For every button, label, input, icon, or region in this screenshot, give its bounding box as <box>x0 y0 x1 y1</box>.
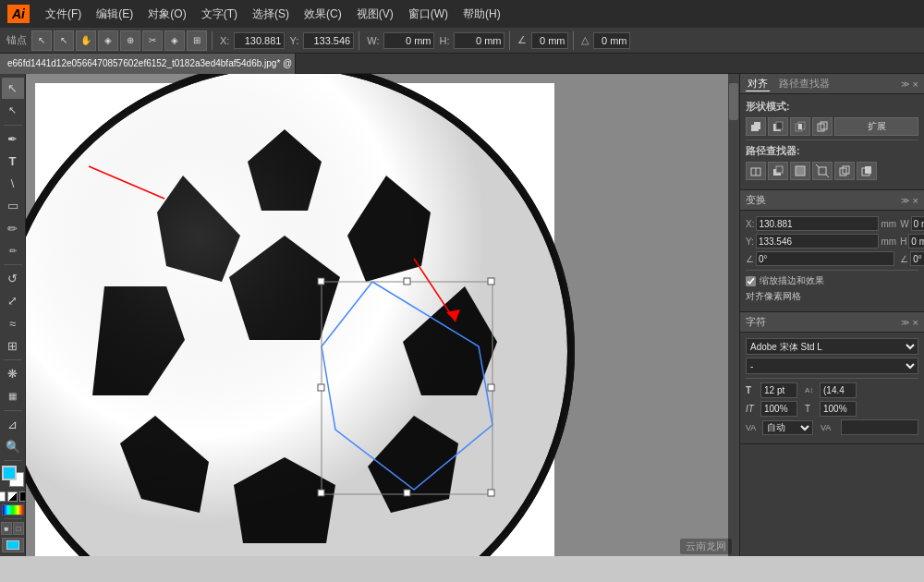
minus-back-btn[interactable] <box>857 162 877 180</box>
vscale-input[interactable] <box>820 401 857 417</box>
tf-angle1-input[interactable] <box>756 251 894 266</box>
char-menu-icon[interactable]: ≫ <box>901 318 909 327</box>
angle-input[interactable] <box>531 32 568 49</box>
transform-close-icon[interactable]: × <box>913 195 918 206</box>
extra-input[interactable] <box>593 32 630 49</box>
tf-x-input[interactable] <box>756 216 879 231</box>
bar-chart-tool[interactable]: ▦ <box>2 385 24 406</box>
intersect-btn[interactable] <box>790 117 810 136</box>
transform-menu-icon[interactable]: ≫ <box>901 196 909 205</box>
tf-x-unit: mm <box>881 219 896 229</box>
free-transform-tool[interactable]: ⊞ <box>2 335 24 357</box>
select-arrow-tool[interactable]: ↖ <box>31 30 52 51</box>
canvas-area[interactable]: 云南龙网 <box>26 74 739 556</box>
crop-btn[interactable] <box>812 162 833 180</box>
stroke-mode-btn[interactable]: □ <box>13 522 24 535</box>
font-style-select[interactable]: - <box>746 358 918 374</box>
outline-btn[interactable] <box>834 162 855 180</box>
black-swatch[interactable] <box>19 491 26 502</box>
menu-object[interactable]: 对象(O) <box>141 5 192 24</box>
x-input[interactable] <box>234 32 285 49</box>
font-name-select[interactable]: Adobe 宋体 Std L <box>746 338 918 355</box>
unite-btn[interactable] <box>746 117 766 136</box>
menu-select[interactable]: 选择(S) <box>246 5 296 24</box>
minus-front-btn[interactable] <box>768 117 788 136</box>
vertical-scrollbar[interactable] <box>728 74 739 556</box>
anchor-btn1[interactable]: ◈ <box>98 30 118 51</box>
tf-y-input[interactable] <box>756 234 880 249</box>
type-tool[interactable]: T <box>2 151 24 172</box>
anchor-btn3[interactable]: ✂ <box>142 30 163 51</box>
app-logo: Ai <box>7 5 30 23</box>
transform-panel-header[interactable]: 变换 ≫ × <box>740 190 924 211</box>
transform-grid: X: mm W ⛓ Y: mm H <box>746 216 918 266</box>
anchor-btn2[interactable]: ⊕ <box>120 30 140 51</box>
menu-edit[interactable]: 编辑(E) <box>90 5 140 24</box>
hscale-input[interactable] <box>760 401 797 417</box>
character-panel-header[interactable]: 字符 ≫ × <box>740 312 924 333</box>
tf-angle1-label: ∠ <box>746 254 754 264</box>
y-input[interactable] <box>303 32 354 49</box>
font-size-input[interactable] <box>760 382 797 398</box>
artboard-btn[interactable] <box>2 538 24 552</box>
zoom-tool-btn[interactable]: 🔍 <box>2 436 24 457</box>
kerning-input[interactable] <box>841 419 918 435</box>
tf-angle2-input[interactable] <box>910 251 924 266</box>
align-panel-header[interactable]: 对齐 路径查找器 ≫ × <box>740 74 924 94</box>
tf-y-unit: mm <box>881 236 896 247</box>
scale-checkbox[interactable] <box>746 276 756 286</box>
anchor-btn5[interactable]: ⊞ <box>187 30 207 51</box>
none-swatch[interactable] <box>7 491 18 502</box>
toolbox: ↖ ↖ ✒ T \ ▭ ✏ ✏ ↺ ⤢ ≈ ⊞ ❋ ▦ ⊿ 🔍 <box>0 74 26 556</box>
white-swatch[interactable] <box>0 491 6 502</box>
expand-btn[interactable]: 扩展 <box>834 117 918 136</box>
line-tool[interactable]: \ <box>2 173 24 194</box>
tf-w-input[interactable] <box>911 216 924 231</box>
symbol-tool[interactable]: ❋ <box>2 363 24 384</box>
menu-help[interactable]: 帮助(H) <box>456 5 507 24</box>
divider-1 <box>746 139 918 140</box>
pen-tool[interactable]: ✒ <box>2 128 24 150</box>
pencil-tool[interactable]: ✏ <box>2 240 24 261</box>
panel-menu-btn[interactable]: ≫ <box>901 79 909 89</box>
eyedropper-tool[interactable]: ⊿ <box>2 414 24 435</box>
rotate-tool[interactable]: ↺ <box>2 268 24 289</box>
direct-select-tool[interactable]: ↖ <box>54 30 74 51</box>
divide-btn[interactable] <box>746 162 766 180</box>
hand-cursor-tool[interactable]: ✋ <box>76 30 96 51</box>
trim-btn[interactable] <box>768 162 788 180</box>
brush-tool[interactable]: ✏ <box>2 218 24 239</box>
rect-tool[interactable]: ▭ <box>2 195 24 216</box>
menu-type[interactable]: 文字(T) <box>195 5 244 24</box>
tool-sep-3 <box>4 359 22 360</box>
tf-h-input[interactable] <box>908 234 924 249</box>
h-input[interactable] <box>454 32 505 49</box>
fill-mode-btn[interactable]: ■ <box>1 522 12 535</box>
w-label: W: <box>364 35 382 46</box>
gradient-swatch[interactable] <box>2 504 24 515</box>
anchor-btn4[interactable]: ◈ <box>164 30 185 51</box>
w-input[interactable] <box>383 32 434 49</box>
kerning-label: VA <box>821 423 833 432</box>
merge-btn[interactable] <box>790 162 810 180</box>
menu-file[interactable]: 文件(F) <box>39 5 88 24</box>
warp-tool[interactable]: ≈ <box>2 313 24 334</box>
menu-window[interactable]: 窗口(W) <box>402 5 455 24</box>
foreground-color[interactable] <box>2 466 17 480</box>
select-tool[interactable]: ↖ <box>2 78 24 99</box>
scrollbar-thumb[interactable] <box>729 83 738 120</box>
direct-select-tool[interactable]: ↖ <box>2 100 24 121</box>
char-close-icon[interactable]: × <box>913 317 918 328</box>
doc-tab-zoom: @ 300% (RGB/预览) <box>280 57 296 70</box>
panel-close-btn[interactable]: × <box>913 79 918 90</box>
menu-view[interactable]: 视图(V) <box>350 5 400 24</box>
scale-tool[interactable]: ⤢ <box>2 290 24 311</box>
menu-effect[interactable]: 效果(C) <box>298 5 348 24</box>
anchor-label: 锚点 <box>4 33 30 47</box>
leading-input[interactable] <box>820 382 857 398</box>
tracking-select[interactable]: 自动 <box>762 420 813 435</box>
exclude-btn[interactable] <box>812 117 833 136</box>
pathfinder-tab[interactable]: 路径查找器 <box>777 77 832 91</box>
align-tab[interactable]: 对齐 <box>746 77 770 91</box>
document-tab[interactable]: e66fd1441d12e0566470857602ef6152_t0182a3… <box>0 54 296 74</box>
